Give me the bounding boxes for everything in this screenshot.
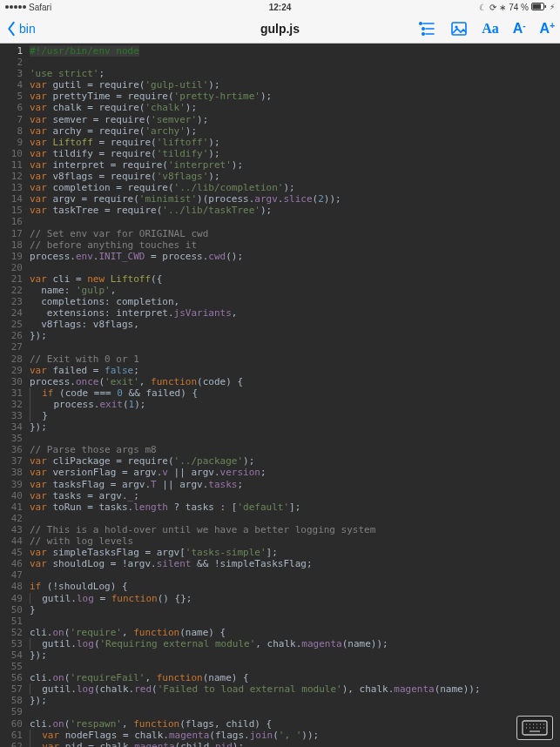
code-line[interactable]: 44// with log levels	[0, 535, 560, 547]
code-line[interactable]: 55	[0, 661, 560, 672]
code-line[interactable]: 26});	[0, 330, 560, 341]
code-editor[interactable]: 1 #!/usr/bin/env node2 3'use strict';4va…	[0, 44, 560, 747]
line-number: 22	[0, 285, 28, 296]
code-line[interactable]: 8var archy = require('archy');	[0, 125, 560, 137]
outline-list-button[interactable]	[419, 20, 436, 37]
code-line[interactable]: 59	[0, 706, 560, 717]
code-line[interactable]: 40var tasks = argv._;	[0, 490, 560, 501]
line-number: 16	[0, 216, 28, 227]
code-content: var completion = require('../lib/complet…	[28, 182, 560, 193]
code-line[interactable]: 1 #!/usr/bin/env node	[0, 45, 560, 57]
code-content: // with log levels	[28, 535, 560, 547]
code-line[interactable]: 29var failed = false;	[0, 365, 560, 376]
code-line[interactable]: 36// Parse those args m8	[0, 444, 560, 455]
font-button[interactable]: Aa	[482, 21, 499, 37]
line-number: 48	[0, 581, 28, 592]
code-line[interactable]: 28// Exit with 0 or 1	[0, 353, 560, 365]
code-line[interactable]: 49 gutil.log = function() {};	[0, 593, 560, 604]
code-line[interactable]: 54});	[0, 649, 560, 661]
back-button[interactable]: bin	[5, 21, 36, 37]
back-to-app-label[interactable]: Safari	[29, 3, 51, 12]
code-line[interactable]: 15var taskTree = require('../lib/taskTre…	[0, 205, 560, 216]
code-line[interactable]: 32 process.exit(1);	[0, 399, 560, 410]
code-content: var archy = require('archy');	[28, 125, 560, 137]
line-number: 1	[0, 45, 28, 57]
line-number: 27	[0, 341, 28, 353]
code-line[interactable]: 57 gutil.log(chalk.red('Failed to load e…	[0, 683, 560, 695]
code-line[interactable]: 14var argv = require('minimist')(process…	[0, 193, 560, 205]
code-line[interactable]: 19process.env.INIT_CWD = process.cwd();	[0, 251, 560, 262]
code-line[interactable]: 37var cliPackage = require('../package')…	[0, 455, 560, 467]
code-line[interactable]: 35	[0, 433, 560, 444]
code-content	[28, 433, 560, 444]
code-line[interactable]: 21var cli = new Liftoff({	[0, 273, 560, 285]
code-line[interactable]: 27	[0, 341, 560, 353]
font-smaller-button[interactable]: A-	[513, 21, 526, 37]
code-content: v8flags: v8flags,	[28, 319, 560, 330]
chevron-left-icon	[5, 21, 17, 37]
code-content: });	[28, 649, 560, 661]
code-content: }	[28, 410, 560, 421]
code-line[interactable]: 17// Set env var for ORIGINAL cwd	[0, 228, 560, 239]
code-line[interactable]: 7var semver = require('semver');	[0, 114, 560, 125]
code-content	[28, 706, 560, 717]
code-line[interactable]: 12var v8flags = require('v8flags');	[0, 171, 560, 182]
line-number: 24	[0, 307, 28, 319]
code-line[interactable]: 39var tasksFlag = argv.T || argv.tasks;	[0, 479, 560, 490]
code-line[interactable]: 34});	[0, 421, 560, 433]
code-line[interactable]: 60cli.on('respawn', function(flags, chil…	[0, 718, 560, 730]
code-line[interactable]: 42	[0, 513, 560, 524]
code-line[interactable]: 20	[0, 262, 560, 273]
code-line[interactable]: 13var completion = require('../lib/compl…	[0, 182, 560, 193]
code-line[interactable]: 10var tildify = require('tildify');	[0, 148, 560, 159]
code-line[interactable]: 48if (!shouldLog) {	[0, 581, 560, 592]
code-content: var pid = chalk.magenta(child.pid);	[28, 741, 560, 747]
code-line[interactable]: 58});	[0, 695, 560, 706]
preview-image-button[interactable]	[450, 20, 468, 37]
signal-dots-icon	[5, 5, 26, 9]
code-line[interactable]: 22 name: 'gulp',	[0, 285, 560, 296]
code-content: extensions: interpret.jsVariants,	[28, 307, 560, 319]
code-content: var cli = new Liftoff({	[28, 273, 560, 285]
code-line[interactable]: 46var shouldLog = !argv.silent && !simpl…	[0, 558, 560, 569]
line-number: 17	[0, 228, 28, 239]
code-line[interactable]: 9var Liftoff = require('liftoff');	[0, 137, 560, 148]
code-line[interactable]: 11var interpret = require('interpret');	[0, 159, 560, 171]
code-line[interactable]: 43// This is a hold-over until we have a…	[0, 524, 560, 535]
code-line[interactable]: 47	[0, 569, 560, 581]
code-line[interactable]: 5var prettyTime = require('pretty-hrtime…	[0, 91, 560, 102]
line-number: 9	[0, 137, 28, 148]
font-bigger-button[interactable]: A+	[540, 21, 555, 37]
code-line[interactable]: 56cli.on('requireFail', function(name) {	[0, 672, 560, 683]
line-number: 20	[0, 262, 28, 273]
code-line[interactable]: 30process.once('exit', function(code) {	[0, 376, 560, 387]
code-line[interactable]: 51	[0, 616, 560, 627]
code-line[interactable]: 41var toRun = tasks.length ? tasks : ['d…	[0, 501, 560, 513]
code-line[interactable]: 52cli.on('require', function(name) {	[0, 627, 560, 638]
code-line[interactable]: 38var versionFlag = argv.v || argv.versi…	[0, 467, 560, 478]
code-line[interactable]: 53 gutil.log('Requiring external module'…	[0, 638, 560, 649]
code-line[interactable]: 33 }	[0, 410, 560, 421]
code-line[interactable]: 2	[0, 57, 560, 68]
code-line[interactable]: 25 v8flags: v8flags,	[0, 319, 560, 330]
code-line[interactable]: 18// before anything touches it	[0, 239, 560, 251]
line-number: 51	[0, 616, 28, 627]
code-line[interactable]: 50}	[0, 604, 560, 616]
code-line[interactable]: 3'use strict';	[0, 68, 560, 79]
code-line[interactable]: 45var simpleTasksFlag = argv['tasks-simp…	[0, 547, 560, 558]
line-number: 26	[0, 330, 28, 341]
code-line[interactable]: 23 completions: completion,	[0, 296, 560, 307]
svg-point-6	[422, 27, 424, 29]
code-line[interactable]: 16	[0, 216, 560, 227]
line-number: 61	[0, 730, 28, 741]
line-number: 5	[0, 91, 28, 102]
code-line[interactable]: 62 var pid = chalk.magenta(child.pid);	[0, 741, 560, 747]
code-line[interactable]: 6var chalk = require('chalk');	[0, 102, 560, 113]
code-line[interactable]: 31 if (code === 0 && failed) {	[0, 387, 560, 399]
code-content: var toRun = tasks.length ? tasks : ['def…	[28, 501, 560, 513]
line-number: 50	[0, 604, 28, 616]
code-line[interactable]: 24 extensions: interpret.jsVariants,	[0, 307, 560, 319]
code-line[interactable]: 61 var nodeFlags = chalk.magenta(flags.j…	[0, 730, 560, 741]
show-keyboard-button[interactable]	[516, 716, 553, 740]
code-line[interactable]: 4var gutil = require('gulp-util');	[0, 79, 560, 91]
